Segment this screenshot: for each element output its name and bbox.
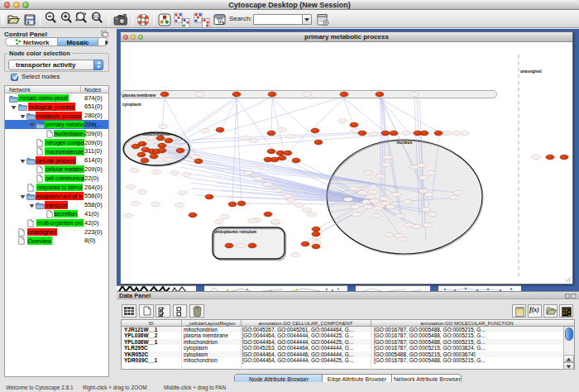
svg-text:1:1: 1:1: [93, 14, 99, 19]
svg-text:nucleus: nucleus: [397, 140, 413, 145]
svg-text:mitochondrion: mitochondrion: [142, 132, 170, 136]
svg-text:plasma membrane: plasma membrane: [122, 93, 156, 98]
svg-text:endoplasmic reticulum: endoplasmic reticulum: [215, 230, 256, 234]
svg-text:cytoplasm: cytoplasm: [122, 103, 141, 107]
svg-text:unassigned: unassigned: [520, 69, 542, 74]
